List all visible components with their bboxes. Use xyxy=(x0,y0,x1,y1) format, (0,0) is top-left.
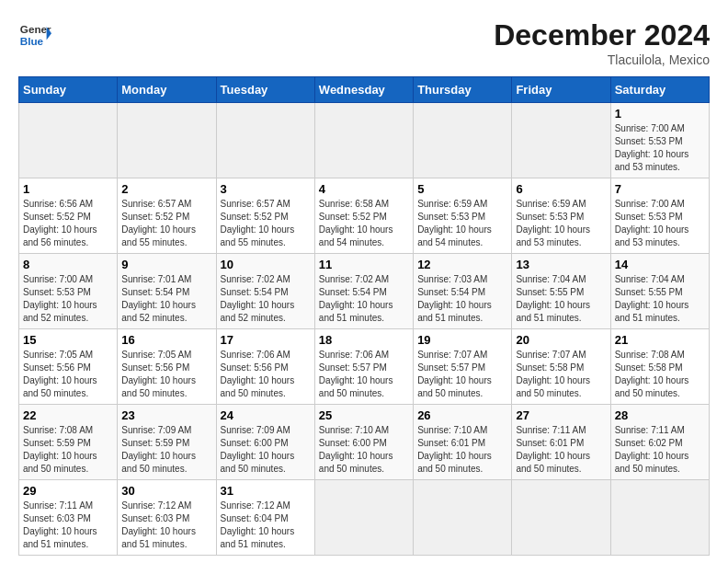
day-number: 28 xyxy=(615,408,705,422)
calendar-cell: 28 Sunrise: 7:11 AMSunset: 6:02 PMDaylig… xyxy=(610,405,709,480)
calendar-cell xyxy=(314,480,413,556)
calendar-cell: 26 Sunrise: 7:10 AMSunset: 6:01 PMDaylig… xyxy=(414,405,512,480)
day-info: Sunrise: 7:01 AMSunset: 5:54 PMDaylight:… xyxy=(121,273,211,325)
calendar-cell: 4 Sunrise: 6:58 AMSunset: 5:52 PMDayligh… xyxy=(314,178,413,254)
day-number: 12 xyxy=(417,258,507,271)
day-info: Sunrise: 7:07 AMSunset: 5:58 PMDaylight:… xyxy=(516,349,606,400)
title-block: December 2024 Tlacuilola, Mexico xyxy=(494,18,710,67)
location: Tlacuilola, Mexico xyxy=(494,52,710,67)
page-header: General Blue December 2024 Tlacuilola, M… xyxy=(18,18,710,67)
day-number: 26 xyxy=(417,408,507,422)
weekday-header-saturday: Saturday xyxy=(610,77,709,103)
calendar-cell: 18 Sunrise: 7:06 AMSunset: 5:57 PMDaylig… xyxy=(314,329,413,405)
day-number: 2 xyxy=(121,182,211,196)
day-info: Sunrise: 7:10 AMSunset: 6:01 PMDaylight:… xyxy=(417,424,507,476)
day-info: Sunrise: 6:57 AMSunset: 5:52 PMDaylight:… xyxy=(121,198,211,249)
calendar-cell: 8 Sunrise: 7:00 AMSunset: 5:53 PMDayligh… xyxy=(19,254,118,329)
day-info: Sunrise: 7:00 AMSunset: 5:53 PMDaylight:… xyxy=(23,273,113,325)
day-number: 15 xyxy=(23,333,113,347)
day-info: Sunrise: 7:08 AMSunset: 5:58 PMDaylight:… xyxy=(615,349,705,400)
calendar-cell: 21 Sunrise: 7:08 AMSunset: 5:58 PMDaylig… xyxy=(610,329,709,405)
day-number: 5 xyxy=(417,182,507,196)
day-info: Sunrise: 6:59 AMSunset: 5:53 PMDaylight:… xyxy=(417,198,507,249)
calendar-cell: 23 Sunrise: 7:09 AMSunset: 5:59 PMDaylig… xyxy=(118,405,216,480)
day-info: Sunrise: 7:05 AMSunset: 5:56 PMDaylight:… xyxy=(23,349,113,400)
weekday-header-thursday: Thursday xyxy=(414,77,512,103)
calendar-cell xyxy=(19,103,118,178)
day-info: Sunrise: 7:00 AMSunset: 5:53 PMDaylight:… xyxy=(615,122,705,174)
calendar-cell: 7 Sunrise: 7:00 AMSunset: 5:53 PMDayligh… xyxy=(610,178,709,254)
calendar-cell: 19 Sunrise: 7:07 AMSunset: 5:57 PMDaylig… xyxy=(414,329,512,405)
day-number: 1 xyxy=(615,107,705,121)
day-info: Sunrise: 7:09 AMSunset: 6:00 PMDaylight:… xyxy=(221,424,311,476)
weekday-header-row: SundayMondayTuesdayWednesdayThursdayFrid… xyxy=(19,77,710,103)
day-number: 21 xyxy=(615,333,705,347)
day-number: 8 xyxy=(23,258,113,271)
day-number: 27 xyxy=(516,408,606,422)
day-info: Sunrise: 6:57 AMSunset: 5:52 PMDaylight:… xyxy=(221,198,311,249)
calendar-table: SundayMondayTuesdayWednesdayThursdayFrid… xyxy=(18,76,710,556)
day-number: 29 xyxy=(23,484,113,498)
day-number: 25 xyxy=(319,408,409,422)
weekday-header-tuesday: Tuesday xyxy=(216,77,314,103)
day-info: Sunrise: 7:00 AMSunset: 5:53 PMDaylight:… xyxy=(615,198,705,249)
day-info: Sunrise: 7:11 AMSunset: 6:03 PMDaylight:… xyxy=(23,500,113,551)
calendar-cell: 6 Sunrise: 6:59 AMSunset: 5:53 PMDayligh… xyxy=(512,178,610,254)
logo: General Blue xyxy=(18,18,55,52)
day-info: Sunrise: 7:02 AMSunset: 5:54 PMDaylight:… xyxy=(319,273,409,325)
calendar-cell: 13 Sunrise: 7:04 AMSunset: 5:55 PMDaylig… xyxy=(512,254,610,329)
calendar-cell: 1 Sunrise: 7:00 AMSunset: 5:53 PMDayligh… xyxy=(610,103,709,178)
day-number: 23 xyxy=(121,408,211,422)
calendar-cell: 27 Sunrise: 7:11 AMSunset: 6:01 PMDaylig… xyxy=(512,405,610,480)
calendar-cell: 2 Sunrise: 6:57 AMSunset: 5:52 PMDayligh… xyxy=(118,178,216,254)
calendar-cell xyxy=(512,480,610,556)
day-number: 11 xyxy=(319,258,409,271)
calendar-cell xyxy=(216,103,314,178)
day-number: 10 xyxy=(221,258,311,271)
calendar-cell xyxy=(414,480,512,556)
day-number: 13 xyxy=(516,258,606,271)
calendar-cell: 10 Sunrise: 7:02 AMSunset: 5:54 PMDaylig… xyxy=(216,254,314,329)
calendar-week-2: 1 Sunrise: 6:56 AMSunset: 5:52 PMDayligh… xyxy=(19,178,710,254)
weekday-header-friday: Friday xyxy=(512,77,610,103)
calendar-week-1: 1 Sunrise: 7:00 AMSunset: 5:53 PMDayligh… xyxy=(19,103,710,178)
day-info: Sunrise: 7:11 AMSunset: 6:01 PMDaylight:… xyxy=(516,424,606,476)
day-number: 18 xyxy=(319,333,409,347)
weekday-header-wednesday: Wednesday xyxy=(314,77,413,103)
day-number: 6 xyxy=(516,182,606,196)
day-number: 17 xyxy=(221,333,311,347)
calendar-cell xyxy=(118,103,216,178)
day-number: 22 xyxy=(23,408,113,422)
calendar-cell: 16 Sunrise: 7:05 AMSunset: 5:56 PMDaylig… xyxy=(118,329,216,405)
day-info: Sunrise: 6:58 AMSunset: 5:52 PMDaylight:… xyxy=(319,198,409,249)
day-info: Sunrise: 7:07 AMSunset: 5:57 PMDaylight:… xyxy=(417,349,507,400)
calendar-cell: 9 Sunrise: 7:01 AMSunset: 5:54 PMDayligh… xyxy=(118,254,216,329)
calendar-cell: 22 Sunrise: 7:08 AMSunset: 5:59 PMDaylig… xyxy=(19,405,118,480)
calendar-week-4: 15 Sunrise: 7:05 AMSunset: 5:56 PMDaylig… xyxy=(19,329,710,405)
calendar-cell: 15 Sunrise: 7:05 AMSunset: 5:56 PMDaylig… xyxy=(19,329,118,405)
calendar-cell: 30 Sunrise: 7:12 AMSunset: 6:03 PMDaylig… xyxy=(118,480,216,556)
calendar-cell: 11 Sunrise: 7:02 AMSunset: 5:54 PMDaylig… xyxy=(314,254,413,329)
calendar-cell: 31 Sunrise: 7:12 AMSunset: 6:04 PMDaylig… xyxy=(216,480,314,556)
calendar-cell: 29 Sunrise: 7:11 AMSunset: 6:03 PMDaylig… xyxy=(19,480,118,556)
calendar-cell: 12 Sunrise: 7:03 AMSunset: 5:54 PMDaylig… xyxy=(414,254,512,329)
calendar-cell: 17 Sunrise: 7:06 AMSunset: 5:56 PMDaylig… xyxy=(216,329,314,405)
day-info: Sunrise: 7:04 AMSunset: 5:55 PMDaylight:… xyxy=(615,273,705,325)
calendar-cell xyxy=(314,103,413,178)
calendar-cell: 1 Sunrise: 6:56 AMSunset: 5:52 PMDayligh… xyxy=(19,178,118,254)
day-number: 3 xyxy=(221,182,311,196)
day-number: 1 xyxy=(23,182,113,196)
day-info: Sunrise: 7:08 AMSunset: 5:59 PMDaylight:… xyxy=(23,424,113,476)
weekday-header-sunday: Sunday xyxy=(19,77,118,103)
calendar-cell xyxy=(610,480,709,556)
day-number: 20 xyxy=(516,333,606,347)
calendar-week-3: 8 Sunrise: 7:00 AMSunset: 5:53 PMDayligh… xyxy=(19,254,710,329)
calendar-cell xyxy=(512,103,610,178)
day-info: Sunrise: 7:06 AMSunset: 5:56 PMDaylight:… xyxy=(221,349,311,400)
day-number: 7 xyxy=(615,182,705,196)
weekday-header-monday: Monday xyxy=(118,77,216,103)
day-number: 16 xyxy=(121,333,211,347)
calendar-cell: 24 Sunrise: 7:09 AMSunset: 6:00 PMDaylig… xyxy=(216,405,314,480)
day-info: Sunrise: 7:05 AMSunset: 5:56 PMDaylight:… xyxy=(121,349,211,400)
calendar-cell xyxy=(414,103,512,178)
